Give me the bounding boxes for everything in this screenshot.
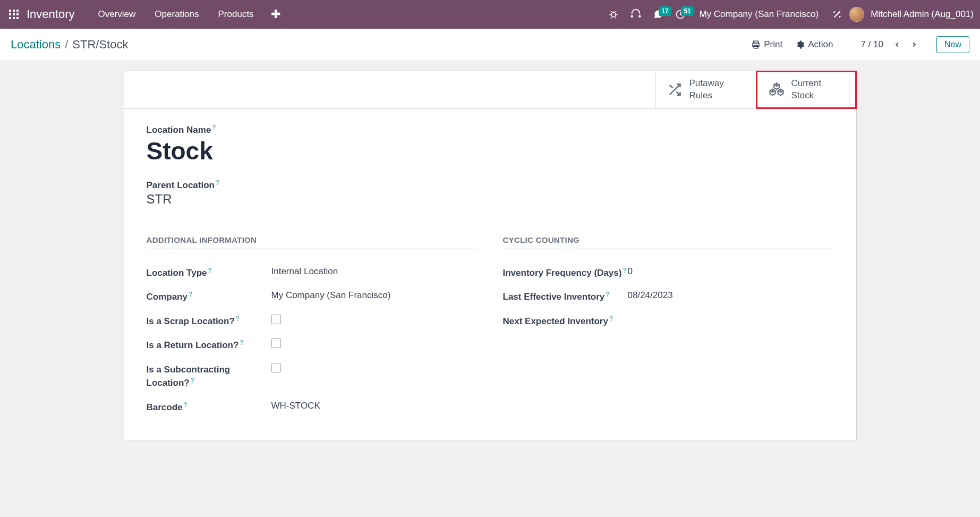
- is-return-label: Is a Return Location?: [147, 340, 239, 350]
- control-panel: Locations / STR/Stock Print Action 7 / 1…: [0, 29, 980, 61]
- topbar: Inventory Overview Operations Products ✚…: [0, 0, 980, 29]
- action-button[interactable]: Action: [791, 37, 837, 52]
- username[interactable]: Mitchell Admin (Aug_001): [871, 9, 974, 20]
- parent-location-block: Parent Location? STR: [147, 180, 834, 207]
- help-icon[interactable]: ?: [216, 179, 219, 187]
- stat-putaway-rules[interactable]: Putaway Rules: [655, 71, 756, 108]
- help-icon[interactable]: ?: [240, 339, 243, 346]
- nav-overview[interactable]: Overview: [90, 6, 144, 23]
- section-cyclic-title: CYCLIC COUNTING: [503, 235, 834, 249]
- parent-location-label: Parent Location: [147, 180, 215, 191]
- svg-rect-0: [9, 10, 11, 12]
- is-scrap-label: Is a Scrap Location?: [147, 316, 235, 326]
- help-icon[interactable]: ?: [208, 267, 211, 274]
- tools-icon[interactable]: [828, 5, 846, 23]
- location-name-value[interactable]: Stock: [147, 137, 834, 165]
- parent-location-value[interactable]: STR: [147, 192, 834, 207]
- stat-putaway-label: Putaway Rules: [689, 78, 724, 102]
- svg-rect-8: [16, 17, 19, 19]
- svg-point-11: [639, 15, 641, 17]
- company-value[interactable]: My Company (San Francisco): [271, 290, 478, 301]
- row-is-scrap: Is a Scrap Location??: [147, 309, 478, 334]
- help-icon[interactable]: ?: [609, 315, 613, 323]
- svg-rect-1: [13, 10, 15, 12]
- breadcrumb-parent[interactable]: Locations: [11, 38, 61, 52]
- help-icon[interactable]: ?: [623, 267, 626, 274]
- is-scrap-checkbox[interactable]: [271, 315, 281, 324]
- last-eff-label: Last Effective Inventory: [503, 292, 605, 302]
- form-body: Location Name? Stock Parent Location? ST…: [124, 109, 856, 441]
- favorite-add-icon[interactable]: ✚: [265, 5, 287, 23]
- row-is-subcon: Is a Subcontracting Location??: [147, 358, 478, 395]
- stat-current-stock[interactable]: Current Stock: [756, 71, 857, 109]
- avatar[interactable]: [849, 7, 864, 22]
- row-inv-freq: Inventory Frequency (Days)? 0: [503, 261, 834, 285]
- section-additional-title: ADDITIONAL INFORMATION: [147, 235, 478, 249]
- pager-next[interactable]: [907, 37, 922, 52]
- help-icon[interactable]: ?: [212, 124, 216, 131]
- col-cyclic: CYCLIC COUNTING Inventory Frequency (Day…: [503, 235, 834, 420]
- content-area: Putaway Rules Current Stock Location Nam…: [0, 61, 980, 451]
- next-exp-label: Next Expected Inventory: [503, 316, 608, 326]
- stat-current-stock-label: Current Stock: [791, 78, 822, 102]
- print-button[interactable]: Print: [747, 37, 787, 52]
- nav-operations[interactable]: Operations: [146, 6, 207, 23]
- print-label: Print: [764, 39, 782, 50]
- barcode-value[interactable]: WH-STOCK: [271, 401, 478, 411]
- svg-rect-2: [16, 10, 19, 12]
- col-additional: ADDITIONAL INFORMATION Location Type? In…: [147, 235, 478, 420]
- messages-icon[interactable]: 17: [649, 5, 667, 23]
- company-label: Company: [147, 292, 188, 302]
- row-is-return: Is a Return Location??: [147, 333, 478, 358]
- action-label: Action: [808, 39, 833, 50]
- inv-freq-label: Inventory Frequency (Days): [503, 268, 622, 278]
- help-icon[interactable]: ?: [189, 291, 192, 298]
- breadcrumb-separator: /: [65, 38, 68, 52]
- row-last-eff: Last Effective Inventory? 08/24/2023: [503, 285, 834, 309]
- new-button[interactable]: New: [936, 36, 969, 53]
- pager-text[interactable]: 7 / 10: [856, 39, 888, 50]
- nav-products[interactable]: Products: [210, 6, 262, 23]
- support-icon[interactable]: [627, 5, 645, 23]
- printer-icon: [751, 40, 761, 49]
- svg-rect-5: [16, 13, 19, 15]
- location-name-label: Location Name: [147, 125, 211, 135]
- apps-grid-icon[interactable]: [6, 7, 21, 22]
- svg-point-9: [611, 13, 616, 17]
- location-type-label: Location Type: [147, 268, 207, 278]
- activities-icon[interactable]: 51: [671, 5, 689, 23]
- svg-point-10: [632, 15, 633, 17]
- stat-button-row: Putaway Rules Current Stock: [124, 71, 856, 109]
- row-company: Company? My Company (San Francisco): [147, 285, 478, 309]
- svg-rect-7: [13, 17, 15, 19]
- svg-rect-6: [9, 17, 11, 19]
- chevron-right-icon: [910, 40, 918, 49]
- help-icon[interactable]: ?: [606, 291, 609, 298]
- help-icon[interactable]: ?: [236, 315, 240, 323]
- form-sheet: Putaway Rules Current Stock Location Nam…: [124, 71, 857, 441]
- row-barcode: Barcode? WH-STOCK: [147, 395, 478, 420]
- debug-icon[interactable]: [604, 5, 623, 23]
- pager-prev[interactable]: [890, 37, 905, 52]
- location-name-block: Location Name? Stock: [147, 125, 834, 165]
- location-type-value[interactable]: Internal Location: [271, 266, 478, 277]
- activities-badge: 51: [681, 6, 693, 16]
- inv-freq-value[interactable]: 0: [628, 266, 834, 277]
- breadcrumb: Locations / STR/Stock: [11, 38, 128, 52]
- svg-rect-4: [13, 13, 15, 15]
- pager: 7 / 10: [856, 37, 922, 52]
- row-location-type: Location Type? Internal Location: [147, 261, 478, 285]
- messages-badge: 17: [659, 6, 671, 16]
- app-brand[interactable]: Inventory: [27, 7, 75, 21]
- is-subcon-label: Is a Subcontracting Location?: [147, 365, 231, 388]
- gear-icon: [795, 40, 805, 49]
- help-icon[interactable]: ?: [191, 377, 194, 384]
- chevron-left-icon: [893, 40, 901, 49]
- last-eff-value[interactable]: 08/24/2023: [628, 290, 834, 301]
- breadcrumb-current: STR/Stock: [72, 38, 128, 52]
- help-icon[interactable]: ?: [184, 401, 188, 409]
- company-switcher[interactable]: My Company (San Francisco): [693, 9, 825, 20]
- boxes-icon: [768, 81, 785, 98]
- is-return-checkbox[interactable]: [271, 338, 281, 348]
- is-subcon-checkbox[interactable]: [271, 363, 281, 372]
